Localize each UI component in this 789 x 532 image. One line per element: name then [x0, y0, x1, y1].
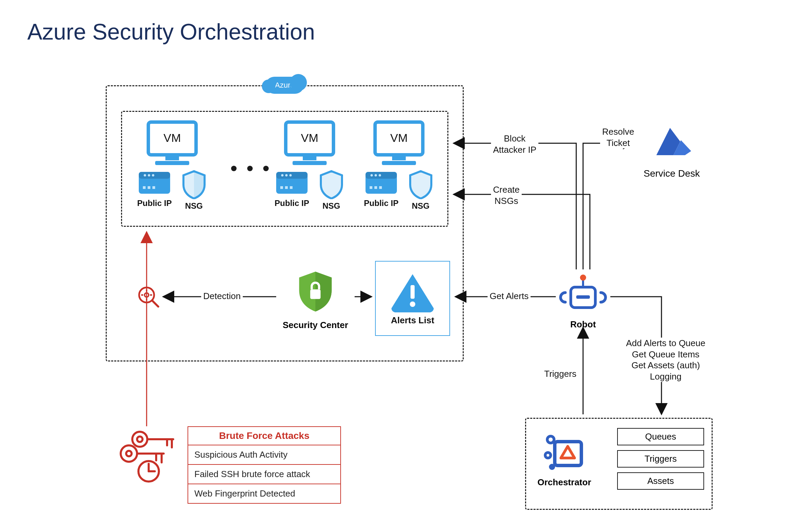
security-center: Security Center — [278, 269, 353, 330]
nsg-label: NSG — [323, 201, 340, 211]
svg-rect-26 — [382, 161, 416, 165]
svg-line-40 — [152, 300, 158, 307]
svg-point-49 — [580, 275, 586, 281]
svg-point-38 — [410, 301, 415, 307]
edge-resolve-ticket-label: Resolve Ticket — [600, 126, 636, 148]
vm-icon: VM — [142, 119, 203, 167]
svg-point-55 — [126, 451, 132, 456]
svg-rect-21 — [280, 186, 283, 189]
vm-group: VM Public IP NSG — [355, 119, 443, 211]
public-ip-icon — [364, 170, 398, 196]
robot-icon — [559, 273, 607, 314]
svg-rect-23 — [290, 186, 293, 189]
svg-point-8 — [152, 174, 154, 177]
robot: Robot — [559, 273, 607, 330]
svg-rect-37 — [411, 285, 415, 299]
alerts-list-label: Alerts List — [391, 315, 434, 326]
svg-rect-5 — [139, 172, 170, 179]
public-ip-label: Public IP — [364, 198, 398, 208]
orchestrator-list: Queues Triggers Assets — [617, 428, 704, 490]
svg-point-19 — [285, 174, 287, 177]
edge-queue-block-label: Add Alerts to Queue Get Queue Items Get … — [624, 338, 708, 382]
svg-rect-10 — [148, 186, 150, 189]
orchestrator-item-assets: Assets — [617, 472, 704, 490]
svg-rect-1 — [165, 156, 179, 160]
vm-group: VM Public IP NSG — [128, 119, 217, 211]
azure-badge: Azure — [266, 77, 303, 94]
svg-point-54 — [121, 445, 137, 462]
svg-text:VM: VM — [301, 131, 318, 144]
edge-block-attacker-label: Block Attacker IP — [491, 133, 538, 155]
vm-group: VM Public IP NSG — [265, 119, 354, 211]
service-desk-icon — [650, 121, 694, 162]
alert-triangle-icon — [389, 271, 436, 312]
svg-rect-47 — [576, 295, 590, 299]
svg-point-53 — [549, 464, 555, 470]
nsg-shield-icon — [407, 170, 434, 199]
service-desk: Service Desk — [638, 121, 706, 179]
svg-rect-36 — [310, 290, 321, 299]
svg-rect-17 — [276, 172, 308, 179]
svg-point-52 — [545, 453, 551, 458]
svg-point-7 — [148, 174, 150, 177]
svg-point-30 — [370, 174, 373, 177]
edge-get-alerts-label: Get Alerts — [488, 291, 531, 302]
edge-create-nsgs-label: Create NSGs — [491, 184, 522, 206]
svg-rect-13 — [303, 156, 316, 160]
edge-detection-label: Detection — [201, 291, 243, 302]
public-ip-icon — [137, 170, 172, 196]
svg-rect-14 — [293, 161, 327, 165]
edge-triggers-label: Triggers — [542, 368, 578, 380]
nsg-label: NSG — [412, 201, 430, 211]
nsg-label: NSG — [185, 201, 203, 211]
robot-label: Robot — [559, 319, 607, 330]
svg-point-59 — [132, 432, 147, 447]
nsg-shield-icon — [181, 170, 207, 199]
attack-types-header: Brute Force Attacks — [188, 427, 340, 445]
svg-point-18 — [281, 174, 283, 177]
orchestrator: Orchestrator — [535, 431, 593, 488]
svg-rect-25 — [392, 156, 406, 160]
svg-rect-35 — [379, 186, 382, 189]
orchestrator-icon — [540, 431, 588, 472]
public-ip-label: Public IP — [274, 198, 309, 208]
brute-force-keys-icon — [116, 430, 181, 486]
public-ip-label: Public IP — [137, 198, 172, 208]
svg-point-20 — [289, 174, 292, 177]
attack-row: Web Fingerprint Detected — [188, 484, 340, 503]
service-desk-label: Service Desk — [638, 168, 706, 179]
shield-lock-icon — [293, 269, 338, 314]
security-center-label: Security Center — [278, 320, 353, 330]
svg-point-32 — [378, 174, 381, 177]
attack-row: Suspicious Auth Activity — [188, 445, 340, 465]
svg-point-31 — [374, 174, 377, 177]
svg-point-6 — [144, 174, 146, 177]
svg-point-60 — [137, 437, 143, 442]
svg-rect-33 — [370, 186, 372, 189]
vm-icon: VM — [279, 119, 340, 167]
svg-point-41 — [145, 293, 149, 297]
vm-icon: VM — [368, 119, 430, 167]
orchestrator-item-queues: Queues — [617, 428, 704, 445]
orchestrator-item-triggers: Triggers — [617, 450, 704, 468]
svg-rect-29 — [366, 172, 397, 179]
attack-types-box: Brute Force Attacks Suspicious Auth Acti… — [188, 426, 341, 504]
svg-rect-22 — [285, 186, 288, 189]
orchestrator-label: Orchestrator — [535, 477, 593, 488]
public-ip-icon — [275, 170, 309, 196]
nsg-shield-icon — [318, 170, 345, 199]
svg-rect-2 — [155, 161, 189, 165]
svg-rect-9 — [143, 186, 146, 189]
svg-rect-11 — [152, 186, 155, 189]
svg-text:VM: VM — [390, 131, 408, 144]
attack-row: Failed SSH brute force attack — [188, 465, 340, 484]
svg-rect-34 — [374, 186, 377, 189]
alerts-list-box: Alerts List — [375, 261, 450, 336]
svg-point-51 — [547, 436, 554, 443]
threat-detection-icon — [136, 285, 160, 310]
svg-text:VM: VM — [164, 131, 181, 144]
